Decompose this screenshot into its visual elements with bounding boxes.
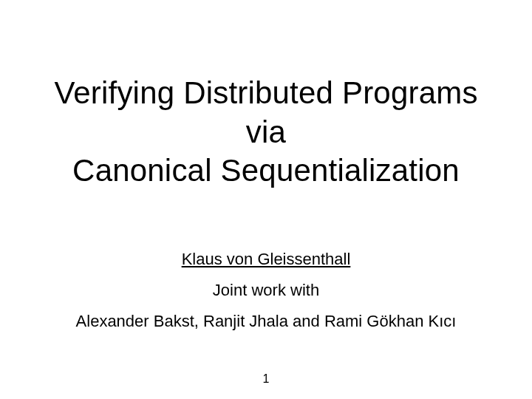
presenter-name: Klaus von Gleissenthall [0, 244, 532, 275]
coauthors: Alexander Bakst, Ranjit Jhala and Rami G… [0, 306, 532, 337]
slide-title: Verifying Distributed Programs via Canon… [0, 74, 532, 191]
page-number: 1 [0, 372, 532, 386]
joint-work-label: Joint work with [0, 275, 532, 306]
title-line-3: Canonical Sequentialization [0, 151, 532, 191]
title-line-1: Verifying Distributed Programs [0, 74, 532, 113]
credits-block: Klaus von Gleissenthall Joint work with … [0, 244, 532, 336]
title-line-2: via [0, 113, 532, 152]
slide: Verifying Distributed Programs via Canon… [0, 0, 532, 399]
